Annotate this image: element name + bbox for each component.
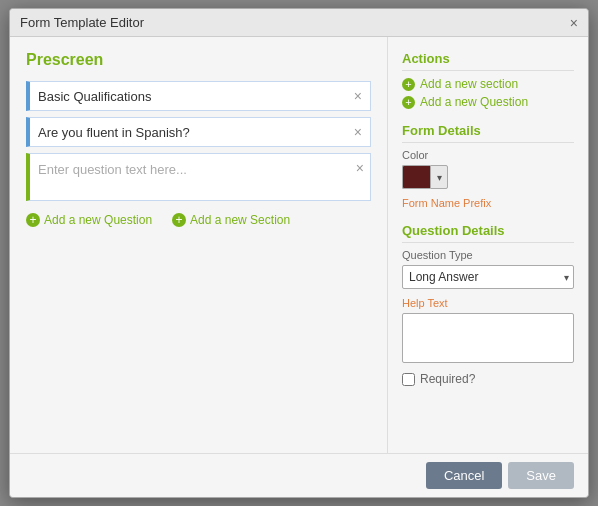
question-close-icon[interactable]: ×: [356, 160, 364, 176]
actions-title: Actions: [402, 51, 574, 71]
item-text: Basic Qualifications: [38, 89, 348, 104]
save-button[interactable]: Save: [508, 462, 574, 489]
question-type-label: Question Type: [402, 249, 574, 261]
add-section-icon: +: [172, 213, 186, 227]
add-section-label: Add a new Section: [190, 213, 290, 227]
right-panel: Actions + Add a new section + Add a new …: [388, 37, 588, 453]
add-section-action[interactable]: + Add a new section: [402, 77, 574, 91]
add-question-icon: +: [26, 213, 40, 227]
add-section-action-icon: +: [402, 78, 415, 91]
add-question-action-icon: +: [402, 96, 415, 109]
color-dropdown-button[interactable]: ▾: [430, 165, 448, 189]
required-checkbox[interactable]: [402, 373, 415, 386]
item-text: Are you fluent in Spanish?: [38, 125, 348, 140]
add-section-button[interactable]: + Add a new Section: [172, 213, 290, 227]
add-buttons-row: + Add a new Question + Add a new Section: [26, 213, 371, 227]
dialog-titlebar: Form Template Editor ×: [10, 9, 588, 37]
dialog-footer: Cancel Save: [10, 453, 588, 497]
dialog-close-button[interactable]: ×: [570, 16, 578, 30]
help-text-input[interactable]: [402, 313, 574, 363]
item-close-icon[interactable]: ×: [354, 124, 362, 140]
add-question-action-label: Add a new Question: [420, 95, 528, 109]
add-question-button[interactable]: + Add a new Question: [26, 213, 152, 227]
question-type-select[interactable]: Long Answer Short Answer Multiple Choice…: [402, 265, 574, 289]
add-question-label: Add a new Question: [44, 213, 152, 227]
cancel-button[interactable]: Cancel: [426, 462, 502, 489]
add-section-action-label: Add a new section: [420, 77, 518, 91]
item-close-icon[interactable]: ×: [354, 88, 362, 104]
help-text-label: Help Text: [402, 297, 574, 309]
question-input-row: ×: [30, 154, 370, 200]
prescreen-section-title: Prescreen: [26, 51, 371, 69]
form-details-section: Form Details Color ▾ Form Name Prefix: [402, 123, 574, 209]
form-name-prefix-label: Form Name Prefix: [402, 197, 574, 209]
color-picker-row: ▾: [402, 165, 574, 189]
color-swatch[interactable]: [402, 165, 430, 189]
dialog-body: Prescreen Basic Qualifications × Are you…: [10, 37, 588, 453]
left-panel: Prescreen Basic Qualifications × Are you…: [10, 37, 388, 453]
actions-section: Actions + Add a new section + Add a new …: [402, 51, 574, 109]
form-template-editor-dialog: Form Template Editor × Prescreen Basic Q…: [9, 8, 589, 498]
dialog-title: Form Template Editor: [20, 15, 144, 30]
form-details-title: Form Details: [402, 123, 574, 143]
required-label: Required?: [420, 372, 475, 386]
question-input-wrap: ×: [26, 153, 371, 201]
question-details-title: Question Details: [402, 223, 574, 243]
question-text-input[interactable]: [30, 154, 370, 200]
add-question-action[interactable]: + Add a new Question: [402, 95, 574, 109]
question-type-select-wrap: Long Answer Short Answer Multiple Choice…: [402, 265, 574, 289]
list-item: Basic Qualifications ×: [26, 81, 371, 111]
list-item: Are you fluent in Spanish? ×: [26, 117, 371, 147]
color-label: Color: [402, 149, 574, 161]
required-row: Required?: [402, 372, 574, 386]
question-details-section: Question Details Question Type Long Answ…: [402, 223, 574, 386]
